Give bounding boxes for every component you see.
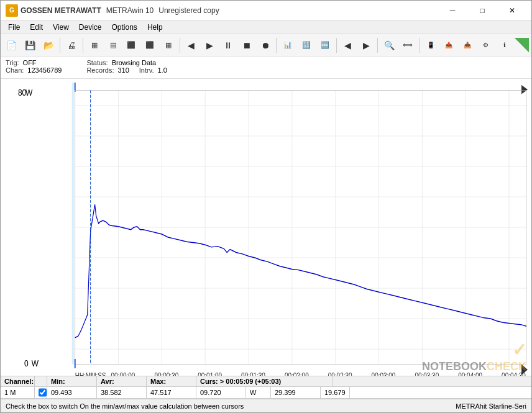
cell-curs1: 09.720 (196, 387, 246, 398)
status-right-text: METRAhit Starline-Seri (456, 402, 526, 410)
tb-device[interactable]: 📱 (422, 37, 439, 54)
svg-text:00:01:30: 00:01:30 (241, 371, 265, 376)
tb-stop[interactable]: ⏹ (238, 37, 255, 54)
intrv-label: Intrv. (139, 66, 154, 74)
svg-rect-3 (72, 83, 74, 364)
tb-print[interactable]: 🖨 (63, 37, 80, 54)
tb-sep-4 (276, 38, 277, 53)
tb-chart[interactable]: 📊 (279, 37, 296, 54)
tb-b4[interactable]: ⬛ (141, 37, 158, 54)
tb-sep-7 (419, 38, 420, 53)
header-channel: Channel: (1, 376, 35, 386)
tb-settings[interactable]: ⚙ (477, 37, 495, 54)
app-logo: G GOSSEN METRAWATT (6, 4, 101, 17)
tb-import[interactable]: 📥 (459, 37, 476, 54)
header-max: Max: (147, 376, 196, 386)
tb-b3[interactable]: ⬛ (122, 37, 140, 54)
cell-channel: 1 M (1, 387, 35, 398)
menu-device[interactable]: Device (74, 22, 107, 33)
chart-area[interactable]: 80 W | (1, 79, 531, 376)
tb-rec[interactable]: ⏺ (257, 37, 274, 54)
tb-save[interactable]: 💾 (22, 37, 39, 54)
header-avr: Avr: (97, 376, 147, 386)
svg-text:00:02:30: 00:02:30 (328, 371, 352, 376)
tb-cursor[interactable]: ⟺ (399, 37, 416, 54)
records-row: Records: 310 Intrv. 1.0 (86, 66, 167, 74)
trig-row: Trig: OFF (6, 59, 62, 66)
menu-help[interactable]: Help (142, 22, 168, 33)
header-check (35, 376, 47, 386)
header-curs: Curs: > 00:05:09 (+05:03) (196, 376, 333, 386)
status-left: Trig: OFF Chan: 123456789 (6, 59, 62, 74)
tb-open[interactable]: 📂 (40, 37, 58, 54)
window-controls: ─ □ ✕ (438, 3, 526, 18)
svg-text:W: W (25, 88, 33, 98)
channel-modifier: M (10, 389, 16, 396)
app-logo-icon: G (6, 4, 18, 17)
svg-text:00:00:00: 00:00:00 (111, 371, 135, 376)
tb-b5[interactable]: ▦ (160, 37, 177, 54)
tb-pause[interactable]: ⏸ (219, 37, 237, 54)
status-row: Status: Browsing Data (86, 59, 167, 66)
tb-fwd[interactable]: ▶ (201, 37, 218, 54)
toolbar: 📄 💾 📂 🖨 ▦ ▤ ⬛ ⬛ ▦ ◀ ▶ ⏸ ⏹ ⏺ 📊 🔢 🔤 ◀ ▶ 🔍 … (1, 34, 531, 57)
title-bar: G GOSSEN METRAWATT METRAwin 10 Unregiste… (1, 1, 531, 20)
menu-edit[interactable]: Edit (25, 22, 48, 33)
svg-text:00:03:00: 00:03:00 (372, 371, 396, 376)
tb-zoom[interactable]: 🔍 (380, 37, 398, 54)
tb-corner-marker (514, 38, 529, 53)
tb-prev2[interactable]: ◀ (339, 37, 357, 54)
tb-b1[interactable]: ▦ (86, 37, 103, 54)
cell-min: 09.493 (47, 387, 97, 398)
svg-text:00:02:00: 00:02:00 (285, 371, 309, 376)
unregistered-label: Unregistered copy (158, 6, 219, 15)
cell-curs2: 29.399 (271, 387, 321, 398)
maximize-button[interactable]: □ (468, 3, 497, 18)
table-header: Channel: Min: Avr: Max: Curs: > 00:05:09… (1, 376, 531, 387)
tb-next2[interactable]: ▶ (357, 37, 375, 54)
status-right: Status: Browsing Data Records: 310 Intrv… (86, 59, 167, 74)
svg-text:W: W (32, 358, 39, 368)
svg-text:0: 0 (24, 358, 29, 368)
chan-value: 123456789 (27, 66, 62, 74)
svg-text:00:01:00: 00:01:00 (198, 371, 222, 376)
chan-label: Chan: (6, 66, 24, 74)
status-info: Trig: OFF Chan: 123456789 Status: Browsi… (1, 57, 531, 79)
menu-view[interactable]: View (48, 22, 74, 33)
status-value: Browsing Data (112, 59, 157, 66)
menu-bar: File Edit View Device Options Help (1, 20, 531, 34)
menu-options[interactable]: Options (107, 22, 142, 33)
status-label: Status: (86, 59, 108, 66)
status-left-text: Check the box to switch On the min/avr/m… (6, 402, 244, 410)
records-label: Records: (86, 66, 114, 74)
svg-text:HH:MM:SS: HH:MM:SS (75, 371, 106, 376)
chan-row: Chan: 123456789 (6, 66, 62, 74)
company-name: GOSSEN METRAWATT (21, 6, 101, 15)
tb-num[interactable]: 🔢 (298, 37, 315, 54)
app-name: METRAwin 10 (106, 6, 154, 15)
cell-unit: W (246, 387, 271, 398)
svg-text:00:03:30: 00:03:30 (415, 371, 439, 376)
tb-back[interactable]: ◀ (183, 37, 200, 54)
trig-value: OFF (23, 59, 37, 66)
tb-export[interactable]: 📤 (440, 37, 457, 54)
tb-new[interactable]: 📄 (3, 37, 21, 54)
channel-num: 1 (4, 389, 8, 396)
tb-sep-6 (377, 38, 378, 53)
tb-sep-2 (83, 38, 83, 53)
svg-text:00:04:00: 00:04:00 (458, 371, 482, 376)
minimize-button[interactable]: ─ (438, 3, 467, 18)
title-left: G GOSSEN METRAWATT METRAwin 10 Unregiste… (6, 4, 219, 17)
tb-sep-3 (180, 38, 180, 53)
tb-info[interactable]: ℹ (496, 37, 513, 54)
chart-svg: 80 W | (1, 79, 531, 376)
tb-b2[interactable]: ▤ (104, 37, 122, 54)
cell-check[interactable] (35, 387, 47, 398)
close-button[interactable]: ✕ (498, 3, 526, 18)
channel-checkbox[interactable] (39, 388, 47, 397)
menu-file[interactable]: File (3, 22, 25, 33)
data-table: Channel: Min: Avr: Max: Curs: > 00:05:09… (1, 376, 531, 399)
tb-txt[interactable]: 🔤 (316, 37, 334, 54)
app-window: G GOSSEN METRAWATT METRAwin 10 Unregiste… (0, 0, 532, 413)
cell-max: 47.517 (147, 387, 196, 398)
